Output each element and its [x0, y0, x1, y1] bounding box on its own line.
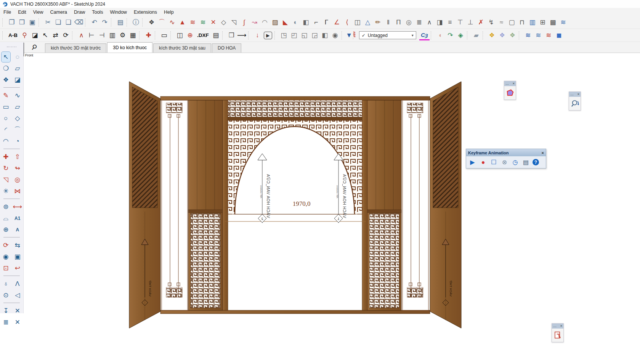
tape-measure-tool[interactable]: ⊚	[1, 201, 11, 212]
video-play-icon[interactable]: ▶	[264, 32, 272, 39]
width-columns-icon[interactable]: ▥	[107, 30, 117, 40]
mini-toolbar-header[interactable]: … ×	[569, 92, 581, 97]
select-tool[interactable]: ↖	[1, 51, 11, 63]
layers-s-icon[interactable]: ≋	[523, 30, 533, 40]
abf-plumb-tool[interactable]: ▼ABF_	[346, 30, 356, 40]
scene-tab[interactable]: kích thước 3D mặt sau	[153, 43, 211, 53]
dome-grid-icon[interactable]: ◠	[260, 18, 270, 27]
kf-cancel-button[interactable]: ⊗	[500, 158, 509, 167]
paste-button[interactable]: ❑	[63, 18, 74, 27]
bezier-spline-icon[interactable]: ∿	[167, 18, 177, 27]
bottom-rail[interactable]	[160, 310, 430, 314]
blue-panel-icon[interactable]: ◼	[554, 30, 564, 40]
protractor-tool[interactable]: ⌓	[1, 213, 11, 224]
top-rail[interactable]	[160, 96, 430, 100]
close-icon[interactable]: ×	[560, 324, 562, 328]
grid-plus-icon[interactable]: ⊞	[537, 18, 548, 27]
mini-toolbar-header[interactable]: … ×	[504, 81, 516, 86]
view-cube-iso-icon[interactable]: ◳	[279, 30, 289, 40]
spine-book-icon[interactable]: ∧	[76, 30, 87, 40]
save-button[interactable]: ▣	[27, 18, 37, 27]
cube-sage-icon[interactable]: ❖	[507, 30, 518, 40]
weave-icon[interactable]: ▩	[548, 18, 558, 27]
left-pillar[interactable]	[188, 100, 223, 310]
red-frame-tool-icon[interactable]: ▰	[471, 30, 481, 40]
gear-icon[interactable]: ⚙	[117, 30, 128, 40]
copy-button[interactable]: ❏	[53, 18, 63, 27]
center-point-icon[interactable]: ✚	[143, 30, 154, 40]
corner-points-plane-icon[interactable]: ❖	[146, 18, 157, 27]
view-cube-back-icon[interactable]: ◧	[320, 30, 330, 40]
redo-button[interactable]: ↷	[99, 18, 110, 27]
scene-tab[interactable]: kich thước 3D mặt trước	[45, 43, 106, 53]
look-around-tool[interactable]: ⊙	[1, 290, 11, 301]
layers-red-icon[interactable]: ≋	[188, 18, 198, 27]
big-rectangle-icon[interactable]: ▭	[159, 30, 169, 40]
zoom-window-tool[interactable]: ▣	[13, 251, 22, 262]
menu-item[interactable]: Window	[106, 10, 130, 15]
view-cube-front-icon[interactable]: ◲	[310, 30, 320, 40]
rectangle-tool[interactable]: ▭	[1, 101, 11, 112]
polygon-dashed-icon[interactable]: ◇	[218, 18, 229, 27]
tag-filter-dropdown[interactable]: ✓ Untagged ▾	[359, 31, 416, 39]
pedestal-icon[interactable]: ⊥	[465, 18, 476, 27]
ab-dimension-tool[interactable]: A-B	[6, 30, 19, 40]
shell-icon[interactable]: ◖	[435, 30, 445, 40]
shapes-tool[interactable]: ❖	[1, 74, 11, 85]
arc-center-plus-icon[interactable]: ⌒	[157, 18, 167, 27]
roof-hatch-icon[interactable]: ▨	[270, 18, 280, 27]
c3-tool[interactable]: Cȝ	[419, 30, 430, 40]
scene-tab[interactable]: DO HOA	[212, 43, 241, 53]
right-pillar[interactable]	[367, 100, 401, 310]
sticks-cross-icon[interactable]: ✗	[476, 18, 486, 27]
tag-tool[interactable]: ◪	[13, 74, 22, 85]
overflow-dots-icon[interactable]: …	[505, 82, 509, 85]
view-cube-top-icon[interactable]: ◱	[299, 30, 310, 40]
polygon-face-icon[interactable]	[506, 88, 515, 97]
position-camera-tool[interactable]: ♁	[1, 278, 11, 289]
frame-screen-icon[interactable]: ▢	[507, 18, 517, 27]
arc-tool[interactable]: ◜	[1, 124, 11, 135]
pie-tool[interactable]: ◔	[13, 136, 22, 147]
pillar-array-icon[interactable]: Π	[393, 18, 404, 27]
box-3d-icon[interactable]: ❒	[226, 30, 237, 40]
menu-item[interactable]: File	[0, 10, 14, 15]
search-tool-icon[interactable]: ⚲	[19, 30, 30, 40]
rotate-tool[interactable]: ↻	[1, 163, 11, 174]
previous-view-tool[interactable]: ↩	[13, 263, 22, 274]
keyframe-panel-header[interactable]: Keyframe Animation ×	[466, 149, 546, 156]
close-icon[interactable]: ×	[513, 82, 515, 85]
staple-icon[interactable]: ⊓	[517, 18, 527, 27]
layers-tail-icon[interactable]: ≋	[558, 18, 568, 27]
move-tool[interactable]: ✚	[1, 151, 11, 162]
layers-hatch-icon[interactable]: ≋	[533, 30, 544, 40]
orbit-tool[interactable]: ⟳	[1, 240, 11, 251]
mirror-swap-icon[interactable]: ⇄	[50, 30, 61, 40]
zigzag-arrow-icon[interactable]: ↯	[486, 18, 496, 27]
kf-help-button[interactable]: ?	[533, 159, 539, 165]
axes-snap-icon[interactable]: ✕	[208, 18, 218, 27]
follow-me-tool[interactable]: ↬	[13, 163, 22, 174]
molding-wave-icon[interactable]: ≈	[496, 18, 507, 27]
select-arrow-icon[interactable]: ↖	[40, 30, 50, 40]
scene-tab[interactable]: 3D ko kich thuoc	[107, 42, 152, 53]
corner-profile-2-icon[interactable]: Γ	[321, 18, 332, 27]
solid-x-tool[interactable]: ✕	[13, 305, 22, 316]
bolt-icon[interactable]: ⊤	[455, 18, 465, 27]
zoom-orbit-icon[interactable]	[571, 99, 579, 108]
band-box-icon[interactable]: ◫	[352, 18, 363, 27]
open-file-button[interactable]: ❒	[17, 18, 27, 27]
sail-face-icon[interactable]: △	[363, 18, 373, 27]
walk-tool[interactable]: Λ	[13, 278, 22, 289]
overflow-dots-icon[interactable]: …	[570, 93, 574, 96]
pan-tool[interactable]: ⇆	[13, 240, 22, 251]
cube-gold-icon[interactable]: ❖	[487, 30, 497, 40]
line-tool[interactable]: ✎	[1, 90, 11, 101]
page-flip-icon[interactable]: ◨	[435, 18, 445, 27]
cabinet-icon[interactable]: ▥	[527, 18, 537, 27]
menu-item[interactable]: Help	[160, 10, 177, 15]
polygon-tool[interactable]: ◇	[13, 113, 22, 124]
flip-tool[interactable]: ⋈	[13, 186, 22, 197]
menu-item[interactable]: Tools	[88, 10, 106, 15]
refresh-icon[interactable]: ⟳	[61, 30, 71, 40]
